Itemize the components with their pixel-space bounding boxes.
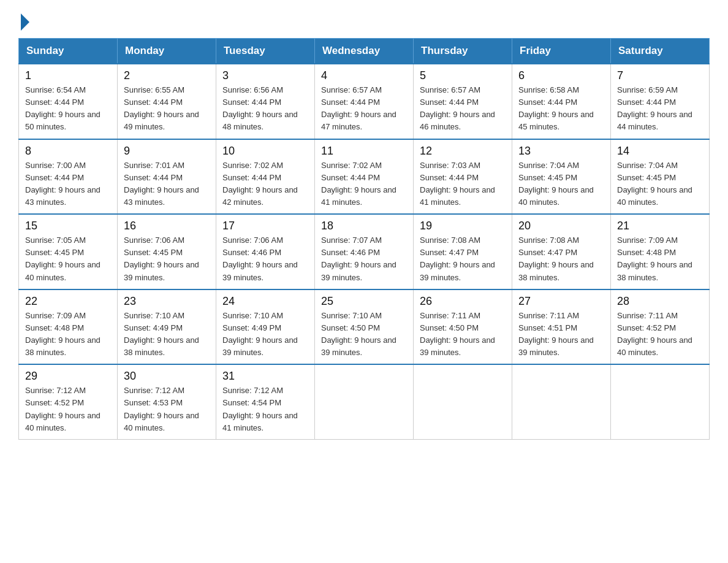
calendar-cell: 18 Sunrise: 7:07 AMSunset: 4:46 PMDaylig… bbox=[315, 214, 414, 289]
day-number: 26 bbox=[420, 295, 506, 308]
day-info: Sunrise: 6:57 AMSunset: 4:44 PMDaylight:… bbox=[321, 85, 396, 131]
day-number: 16 bbox=[124, 220, 210, 232]
calendar-cell: 19 Sunrise: 7:08 AMSunset: 4:47 PMDaylig… bbox=[414, 214, 512, 289]
day-info: Sunrise: 7:11 AMSunset: 4:51 PMDaylight:… bbox=[518, 311, 594, 357]
day-info: Sunrise: 7:08 AMSunset: 4:47 PMDaylight:… bbox=[518, 236, 594, 282]
day-number: 12 bbox=[420, 145, 506, 158]
calendar-cell: 7 Sunrise: 6:59 AMSunset: 4:44 PMDayligh… bbox=[611, 64, 710, 139]
calendar-cell: 22 Sunrise: 7:09 AMSunset: 4:48 PMDaylig… bbox=[19, 289, 118, 365]
calendar-cell: 10 Sunrise: 7:02 AMSunset: 4:44 PMDaylig… bbox=[216, 139, 315, 215]
day-number: 14 bbox=[617, 145, 703, 158]
day-info: Sunrise: 7:11 AMSunset: 4:50 PMDaylight:… bbox=[420, 311, 495, 357]
day-number: 17 bbox=[222, 220, 308, 232]
day-number: 4 bbox=[321, 69, 407, 82]
day-number: 3 bbox=[222, 69, 308, 82]
day-info: Sunrise: 6:59 AMSunset: 4:44 PMDaylight:… bbox=[617, 85, 692, 131]
logo-arrow-icon bbox=[21, 13, 29, 31]
calendar-cell: 27 Sunrise: 7:11 AMSunset: 4:51 PMDaylig… bbox=[512, 289, 611, 365]
day-number: 2 bbox=[124, 69, 210, 82]
calendar-cell: 9 Sunrise: 7:01 AMSunset: 4:44 PMDayligh… bbox=[118, 139, 216, 215]
calendar-header-friday: Friday bbox=[512, 39, 611, 64]
calendar-cell bbox=[512, 364, 611, 439]
day-info: Sunrise: 7:10 AMSunset: 4:49 PMDaylight:… bbox=[222, 311, 298, 357]
day-info: Sunrise: 7:04 AMSunset: 4:45 PMDaylight:… bbox=[518, 161, 594, 207]
page-header bbox=[18, 12, 710, 27]
calendar-header-wednesday: Wednesday bbox=[315, 39, 414, 64]
day-number: 25 bbox=[321, 295, 407, 308]
day-number: 11 bbox=[321, 145, 407, 158]
day-number: 20 bbox=[518, 220, 604, 232]
day-number: 5 bbox=[420, 69, 506, 82]
day-info: Sunrise: 7:08 AMSunset: 4:47 PMDaylight:… bbox=[420, 236, 495, 282]
day-number: 19 bbox=[420, 220, 506, 232]
day-number: 29 bbox=[25, 370, 111, 383]
day-info: Sunrise: 7:02 AMSunset: 4:44 PMDaylight:… bbox=[321, 161, 396, 207]
day-info: Sunrise: 7:00 AMSunset: 4:44 PMDaylight:… bbox=[25, 161, 100, 207]
day-number: 31 bbox=[222, 370, 308, 383]
day-info: Sunrise: 7:07 AMSunset: 4:46 PMDaylight:… bbox=[321, 236, 396, 282]
calendar-week-row: 1 Sunrise: 6:54 AMSunset: 4:44 PMDayligh… bbox=[19, 64, 710, 139]
calendar-cell: 8 Sunrise: 7:00 AMSunset: 4:44 PMDayligh… bbox=[19, 139, 118, 215]
day-info: Sunrise: 7:09 AMSunset: 4:48 PMDaylight:… bbox=[25, 311, 100, 357]
calendar-header-sunday: Sunday bbox=[19, 39, 118, 64]
day-number: 8 bbox=[25, 145, 111, 158]
calendar-week-row: 8 Sunrise: 7:00 AMSunset: 4:44 PMDayligh… bbox=[19, 139, 710, 215]
day-info: Sunrise: 7:12 AMSunset: 4:53 PMDaylight:… bbox=[124, 386, 199, 432]
day-info: Sunrise: 7:12 AMSunset: 4:54 PMDaylight:… bbox=[222, 386, 298, 432]
day-info: Sunrise: 6:54 AMSunset: 4:44 PMDaylight:… bbox=[25, 85, 100, 131]
day-number: 28 bbox=[617, 295, 703, 308]
day-info: Sunrise: 7:10 AMSunset: 4:50 PMDaylight:… bbox=[321, 311, 396, 357]
calendar-cell: 15 Sunrise: 7:05 AMSunset: 4:45 PMDaylig… bbox=[19, 214, 118, 289]
day-number: 18 bbox=[321, 220, 407, 232]
day-number: 27 bbox=[518, 295, 604, 308]
calendar-cell: 6 Sunrise: 6:58 AMSunset: 4:44 PMDayligh… bbox=[512, 64, 611, 139]
calendar-cell: 17 Sunrise: 7:06 AMSunset: 4:46 PMDaylig… bbox=[216, 214, 315, 289]
calendar-cell: 21 Sunrise: 7:09 AMSunset: 4:48 PMDaylig… bbox=[611, 214, 710, 289]
calendar-cell: 31 Sunrise: 7:12 AMSunset: 4:54 PMDaylig… bbox=[216, 364, 315, 439]
day-number: 30 bbox=[124, 370, 210, 383]
day-info: Sunrise: 7:01 AMSunset: 4:44 PMDaylight:… bbox=[124, 161, 199, 207]
calendar-header-row: SundayMondayTuesdayWednesdayThursdayFrid… bbox=[19, 39, 710, 64]
calendar-cell: 1 Sunrise: 6:54 AMSunset: 4:44 PMDayligh… bbox=[19, 64, 118, 139]
calendar-cell: 25 Sunrise: 7:10 AMSunset: 4:50 PMDaylig… bbox=[315, 289, 414, 365]
day-info: Sunrise: 7:02 AMSunset: 4:44 PMDaylight:… bbox=[222, 161, 298, 207]
calendar-cell: 2 Sunrise: 6:55 AMSunset: 4:44 PMDayligh… bbox=[118, 64, 216, 139]
calendar-cell bbox=[611, 364, 710, 439]
day-info: Sunrise: 6:55 AMSunset: 4:44 PMDaylight:… bbox=[124, 85, 199, 131]
day-info: Sunrise: 7:06 AMSunset: 4:45 PMDaylight:… bbox=[124, 236, 199, 282]
day-number: 23 bbox=[124, 295, 210, 308]
day-info: Sunrise: 7:06 AMSunset: 4:46 PMDaylight:… bbox=[222, 236, 298, 282]
day-info: Sunrise: 7:03 AMSunset: 4:44 PMDaylight:… bbox=[420, 161, 495, 207]
calendar-cell: 20 Sunrise: 7:08 AMSunset: 4:47 PMDaylig… bbox=[512, 214, 611, 289]
logo bbox=[18, 12, 29, 27]
day-number: 10 bbox=[222, 145, 308, 158]
day-number: 9 bbox=[124, 145, 210, 158]
calendar-cell: 3 Sunrise: 6:56 AMSunset: 4:44 PMDayligh… bbox=[216, 64, 315, 139]
day-number: 7 bbox=[617, 69, 703, 82]
day-number: 15 bbox=[25, 220, 111, 232]
calendar-cell: 12 Sunrise: 7:03 AMSunset: 4:44 PMDaylig… bbox=[414, 139, 512, 215]
calendar-header-thursday: Thursday bbox=[414, 39, 512, 64]
calendar-cell: 23 Sunrise: 7:10 AMSunset: 4:49 PMDaylig… bbox=[118, 289, 216, 365]
calendar-week-row: 15 Sunrise: 7:05 AMSunset: 4:45 PMDaylig… bbox=[19, 214, 710, 289]
day-info: Sunrise: 7:11 AMSunset: 4:52 PMDaylight:… bbox=[617, 311, 692, 357]
day-number: 6 bbox=[518, 69, 604, 82]
calendar-cell: 4 Sunrise: 6:57 AMSunset: 4:44 PMDayligh… bbox=[315, 64, 414, 139]
calendar-week-row: 22 Sunrise: 7:09 AMSunset: 4:48 PMDaylig… bbox=[19, 289, 710, 365]
day-number: 22 bbox=[25, 295, 111, 308]
day-info: Sunrise: 7:12 AMSunset: 4:52 PMDaylight:… bbox=[25, 386, 100, 432]
day-info: Sunrise: 6:56 AMSunset: 4:44 PMDaylight:… bbox=[222, 85, 298, 131]
calendar-cell: 28 Sunrise: 7:11 AMSunset: 4:52 PMDaylig… bbox=[611, 289, 710, 365]
calendar-cell: 16 Sunrise: 7:06 AMSunset: 4:45 PMDaylig… bbox=[118, 214, 216, 289]
calendar-week-row: 29 Sunrise: 7:12 AMSunset: 4:52 PMDaylig… bbox=[19, 364, 710, 439]
calendar-header-saturday: Saturday bbox=[611, 39, 710, 64]
day-number: 24 bbox=[222, 295, 308, 308]
calendar-cell: 13 Sunrise: 7:04 AMSunset: 4:45 PMDaylig… bbox=[512, 139, 611, 215]
calendar-cell: 29 Sunrise: 7:12 AMSunset: 4:52 PMDaylig… bbox=[19, 364, 118, 439]
calendar-table: SundayMondayTuesdayWednesdayThursdayFrid… bbox=[18, 38, 710, 440]
day-info: Sunrise: 6:58 AMSunset: 4:44 PMDaylight:… bbox=[518, 85, 594, 131]
day-info: Sunrise: 7:09 AMSunset: 4:48 PMDaylight:… bbox=[617, 236, 692, 282]
calendar-cell bbox=[315, 364, 414, 439]
calendar-cell bbox=[414, 364, 512, 439]
calendar-cell: 5 Sunrise: 6:57 AMSunset: 4:44 PMDayligh… bbox=[414, 64, 512, 139]
